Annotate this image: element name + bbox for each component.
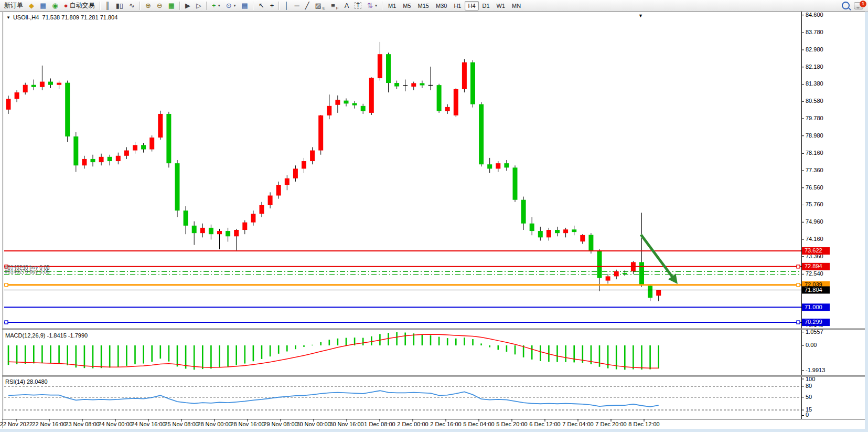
chart-ohlc-values: 71.538 71.809 71.281 71.804 xyxy=(42,14,118,20)
tile-windows-icon[interactable]: ▦ xyxy=(166,0,177,11)
tf-m1[interactable]: M1 xyxy=(385,1,399,10)
chat-icon[interactable]: 1 xyxy=(854,2,863,9)
fibonacci-icon[interactable]: ≡F xyxy=(328,0,341,11)
svg-text:76.560: 76.560 xyxy=(806,184,823,191)
new-order-button[interactable]: 新订单 xyxy=(2,0,26,11)
horizontal-line-icon[interactable]: ─ xyxy=(292,0,302,11)
svg-text:100: 100 xyxy=(806,376,815,382)
periods-icon-caret[interactable]: ▾ xyxy=(234,3,236,8)
new-chart-icon[interactable]: ▦ xyxy=(37,0,49,11)
add-indicator-icon[interactable]: +▾ xyxy=(209,0,223,11)
svg-text:77.360: 77.360 xyxy=(806,167,823,173)
equidistant-channel-icon: ▨ xyxy=(315,2,322,9)
svg-text:29 Nov 08:00: 29 Nov 08:00 xyxy=(263,421,297,427)
svg-text:82.980: 82.980 xyxy=(806,46,823,52)
equidistant-channel-icon-sub: E xyxy=(323,6,325,10)
periods-icon: ⊙ xyxy=(226,2,232,9)
svg-text:22 Nov 2022: 22 Nov 2022 xyxy=(0,421,33,427)
chart-symbol-period: USOil-,H4 xyxy=(13,14,39,20)
vertical-line-icon[interactable]: │ xyxy=(282,0,291,11)
chart-shift-icon: ▷ xyxy=(196,2,201,9)
zoom-out-icon[interactable]: ⊖ xyxy=(154,0,165,11)
arrows-icon-caret[interactable]: ▾ xyxy=(375,3,377,8)
tile-windows-icon: ▦ xyxy=(168,2,175,9)
new-chart-icon: ▦ xyxy=(40,2,46,9)
equidistant-channel-icon[interactable]: ▨E xyxy=(313,0,328,11)
svg-text:75.760: 75.760 xyxy=(806,201,823,207)
macd-indicator-label: MACD(12,26,9) -1.8415 -1.7990 xyxy=(5,332,88,339)
svg-text:5 Dec 04:00: 5 Dec 04:00 xyxy=(463,421,494,427)
svg-text:83.780: 83.780 xyxy=(806,29,823,35)
tf-h1[interactable]: H1 xyxy=(451,1,464,10)
add-indicator-icon: + xyxy=(212,2,216,9)
toolbar-separator xyxy=(179,2,180,10)
svg-text:78.160: 78.160 xyxy=(806,150,823,156)
auto-scroll-icon[interactable]: ▶ xyxy=(183,0,193,11)
order-label-2: #8149279 buy 0.05 xyxy=(5,269,50,275)
candlestick-chart-icon[interactable]: ▮▯ xyxy=(113,0,126,11)
tf-mn[interactable]: MN xyxy=(509,1,524,10)
chart-title-triangle-icon[interactable]: ▼ xyxy=(6,15,10,20)
fibonacci-icon-sub: F xyxy=(336,6,339,10)
svg-text:72.540: 72.540 xyxy=(806,270,823,277)
chart-shift-marker-icon[interactable]: ▼ xyxy=(638,13,643,18)
tf-m5[interactable]: M5 xyxy=(400,1,414,10)
svg-text:0.00: 0.00 xyxy=(806,342,817,348)
crosshair-icon[interactable]: + xyxy=(267,0,277,11)
text-icon[interactable]: A xyxy=(342,0,352,11)
vertical-line-icon: │ xyxy=(284,2,288,9)
svg-text:2 Dec 16:00: 2 Dec 16:00 xyxy=(430,421,461,427)
svg-text:78.980: 78.980 xyxy=(806,132,823,139)
svg-text:72.894: 72.894 xyxy=(805,263,822,269)
line-chart-icon: ∿ xyxy=(129,2,135,9)
add-indicator-icon-caret[interactable]: ▾ xyxy=(218,3,220,8)
svg-text:2 Dec 00:00: 2 Dec 00:00 xyxy=(397,421,428,427)
chart-title: ▼USOil-,H4 71.538 71.809 71.281 71.804 xyxy=(6,14,117,20)
bar-chart-icon[interactable]: ║ xyxy=(103,0,113,11)
horizontal-line-icon: ─ xyxy=(295,2,299,9)
rsi-indicator-label: RSI(14) 28.0480 xyxy=(5,378,48,385)
crosshair-icon: + xyxy=(270,2,274,9)
svg-text:7 Dec 04:00: 7 Dec 04:00 xyxy=(562,421,593,427)
chart-svg[interactable]: 84.60083.78082.98082.18081.38080.58079.7… xyxy=(0,12,868,432)
cursor-icon[interactable]: ↖ xyxy=(256,0,267,11)
trendline-icon: ╱ xyxy=(305,2,309,9)
text-icon: A xyxy=(345,2,349,9)
arrows-icon[interactable]: ⇅▾ xyxy=(365,0,380,11)
tf-d1[interactable]: D1 xyxy=(479,1,493,10)
tf-h4[interactable]: H4 xyxy=(465,1,478,10)
periods-icon[interactable]: ⊙▾ xyxy=(223,0,239,11)
chart-window[interactable]: 84.60083.78082.98082.18081.38080.58079.7… xyxy=(0,12,868,432)
auto-trading-button-label: 自动交易 xyxy=(70,1,95,10)
toolbar-separator xyxy=(382,2,383,10)
auto-trading-button[interactable]: ●自动交易 xyxy=(61,0,98,11)
text-label-icon[interactable]: T xyxy=(352,0,364,11)
svg-text:71.804: 71.804 xyxy=(805,287,822,293)
arrows-icon: ⇅ xyxy=(367,2,373,9)
templates-icon[interactable]: ▤ xyxy=(239,0,251,11)
zoom-in-icon[interactable]: ⊕ xyxy=(143,0,154,11)
svg-text:5 Dec 20:00: 5 Dec 20:00 xyxy=(496,421,527,427)
toolbar-separator xyxy=(278,2,280,10)
svg-text:30 Nov 00:00: 30 Nov 00:00 xyxy=(296,421,330,427)
tf-m30[interactable]: M30 xyxy=(433,1,450,10)
market-watch-icon[interactable]: ◆ xyxy=(26,0,37,11)
svg-text:74.960: 74.960 xyxy=(806,218,823,225)
svg-text:70.299: 70.299 xyxy=(805,319,822,325)
svg-text:73.622: 73.622 xyxy=(805,247,822,254)
svg-text:82.180: 82.180 xyxy=(806,64,823,70)
zoom-in-icon: ⊕ xyxy=(145,2,151,9)
trendline-icon[interactable]: ╱ xyxy=(303,0,312,11)
toolbar-separator xyxy=(206,2,207,10)
line-chart-icon[interactable]: ∿ xyxy=(126,0,137,11)
cursor-icon: ↖ xyxy=(259,2,264,9)
toolbar-separator xyxy=(253,2,254,10)
svg-text:28 Nov 00:00: 28 Nov 00:00 xyxy=(197,421,231,427)
tf-m15[interactable]: M15 xyxy=(415,1,432,10)
search-icon[interactable] xyxy=(842,2,850,9)
tf-w1[interactable]: W1 xyxy=(494,1,509,10)
signal-center-icon[interactable]: ◉ xyxy=(49,0,60,11)
svg-text:50: 50 xyxy=(806,394,812,400)
svg-text:0: 0 xyxy=(806,412,809,418)
chart-shift-icon[interactable]: ▷ xyxy=(194,0,204,11)
